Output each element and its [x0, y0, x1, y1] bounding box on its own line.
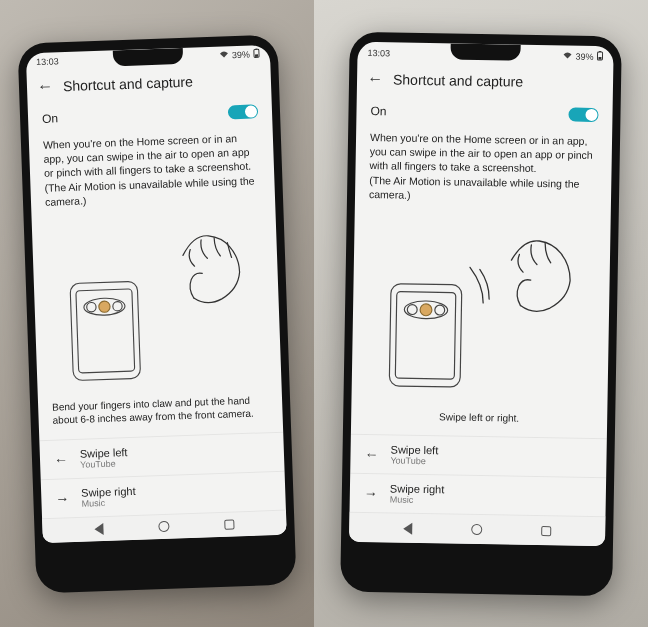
swipe-right-row[interactable]: → Swipe right Music — [350, 472, 607, 515]
svg-point-6 — [87, 302, 97, 312]
nav-back-icon[interactable] — [403, 522, 412, 534]
battery-icon — [596, 50, 603, 62]
nav-recent-icon[interactable] — [225, 519, 235, 529]
arrow-right-icon: → — [55, 490, 70, 506]
feature-description: When you're on the Home screen or in an … — [29, 125, 276, 216]
swipe-left-app: YouTube — [390, 455, 438, 466]
swipe-left-app: YouTube — [80, 457, 128, 469]
status-time: 13:03 — [367, 47, 390, 57]
page-title: Shortcut and capture — [393, 71, 523, 89]
feature-toggle-row: On — [356, 97, 612, 129]
gesture-caption: Swipe left or right. — [351, 404, 607, 438]
nav-home-icon[interactable] — [158, 521, 169, 532]
svg-rect-10 — [598, 57, 601, 60]
wifi-icon — [219, 50, 229, 60]
battery-pct: 39% — [232, 50, 250, 61]
svg-point-16 — [420, 303, 432, 315]
page-title: Shortcut and capture — [63, 73, 193, 94]
swipe-right-title: Swipe right — [390, 482, 445, 495]
swipe-right-app: Music — [390, 494, 445, 505]
screen-right: 13:03 39% ← Shortcut and capture On — [349, 41, 614, 545]
svg-point-7 — [99, 300, 111, 312]
back-arrow-icon[interactable]: ← — [367, 69, 383, 87]
arrow-right-icon: → — [364, 484, 378, 500]
svg-rect-1 — [255, 54, 258, 57]
svg-rect-2 — [255, 48, 257, 49]
feature-toggle-switch[interactable] — [228, 104, 258, 119]
svg-rect-3 — [70, 281, 141, 380]
screen-left: 13:03 39% ← Shortcut and capture On — [26, 44, 287, 542]
android-nav-bar — [349, 511, 605, 545]
svg-point-15 — [407, 304, 417, 314]
nav-back-icon[interactable] — [94, 522, 103, 534]
swipe-left-title: Swipe left — [391, 443, 439, 456]
wifi-icon — [562, 51, 572, 61]
feature-description: When you're on the Home screen or in an … — [355, 125, 612, 212]
nav-home-icon[interactable] — [471, 523, 482, 534]
battery-icon — [253, 48, 260, 60]
display-notch — [113, 47, 184, 65]
gesture-illustration — [42, 212, 272, 392]
swipe-left-row[interactable]: ← Swipe left YouTube — [350, 433, 607, 476]
gesture-illustration — [361, 212, 600, 404]
app-header: ← Shortcut and capture — [357, 61, 614, 101]
phone-frame-right: 13:03 39% ← Shortcut and capture On — [340, 31, 622, 596]
toggle-label: On — [42, 111, 58, 126]
status-time: 13:03 — [36, 56, 59, 67]
phone-frame-left: 13:03 39% ← Shortcut and capture On — [17, 34, 296, 593]
feature-toggle-switch[interactable] — [568, 107, 598, 122]
svg-point-17 — [435, 304, 445, 314]
swipe-right-app: Music — [81, 496, 136, 508]
swipe-left-title: Swipe left — [80, 445, 128, 459]
back-arrow-icon[interactable]: ← — [37, 77, 54, 96]
svg-point-8 — [113, 301, 123, 311]
svg-rect-12 — [389, 283, 462, 386]
svg-rect-11 — [599, 51, 601, 52]
arrow-left-icon: ← — [364, 445, 378, 461]
nav-recent-icon[interactable] — [541, 525, 551, 535]
display-notch — [450, 43, 520, 60]
toggle-label: On — [370, 104, 386, 118]
battery-pct: 39% — [575, 51, 593, 61]
arrow-left-icon: ← — [54, 451, 69, 467]
